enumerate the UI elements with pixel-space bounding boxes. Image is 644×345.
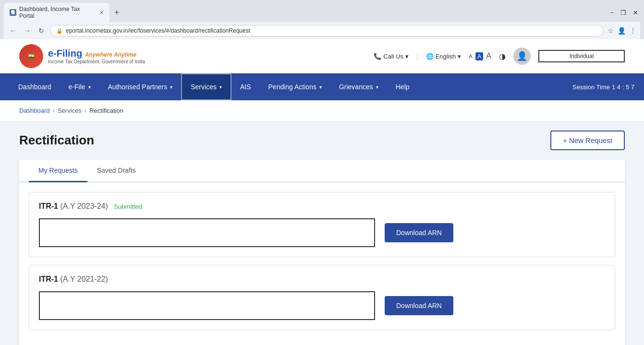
services-dropdown-arrow: ▾ xyxy=(219,84,222,90)
breadcrumb-current: Rectification xyxy=(89,107,123,114)
new-tab-button[interactable]: + xyxy=(111,7,122,19)
lock-icon: 🔒 xyxy=(56,28,63,34)
main-nav: Dashboard e-File ▾ Authorised Partners ▾… xyxy=(0,73,644,100)
efiling-dept: Income Tax Department, Government of Ind… xyxy=(48,59,145,64)
logo-emblem: 🇮🇳 xyxy=(19,44,43,68)
call-us-button[interactable]: 📞 Call Us ▾ xyxy=(374,53,409,60)
browser-menu-button[interactable]: ⋮ xyxy=(630,27,636,35)
nav-help[interactable]: Help xyxy=(387,73,418,100)
request-card-1: ITR-1 (A.Y 2023-24) Submitted Download A… xyxy=(29,192,615,257)
new-request-button[interactable]: + New Request xyxy=(550,131,625,150)
back-button[interactable]: ← xyxy=(8,26,18,36)
call-dropdown-arrow: ▾ xyxy=(405,53,409,60)
refresh-button[interactable]: ↻ xyxy=(36,26,46,36)
bookmark-button[interactable]: ☆ xyxy=(608,27,614,35)
nav-authorised-partners[interactable]: Authorised Partners ▾ xyxy=(99,73,182,100)
tabs-container: My Requests Saved Drafts ITR-1 (A.Y 2023… xyxy=(19,160,625,345)
arn-box-2 xyxy=(39,291,375,320)
profile-button[interactable]: 👤 xyxy=(618,27,626,35)
grievances-dropdown-arrow: ▾ xyxy=(376,84,378,90)
itr-type-1: ITR-1 xyxy=(39,202,58,210)
phone-icon: 📞 xyxy=(374,53,381,60)
forward-button[interactable]: → xyxy=(22,26,33,36)
tab-favicon: 📄 xyxy=(10,9,16,16)
minimize-button[interactable]: − xyxy=(608,8,616,17)
page-header: Rectification + New Request xyxy=(19,131,625,150)
nav-services[interactable]: Services ▾ xyxy=(181,73,231,100)
maximize-button[interactable]: ❐ xyxy=(619,8,628,17)
font-small-button[interactable]: A xyxy=(469,53,472,59)
contrast-button[interactable]: ◑ xyxy=(499,52,506,61)
download-arn-button-1[interactable]: Download ARN xyxy=(385,223,453,242)
tab-title: Dashboard, Income Tax Portal xyxy=(19,6,97,19)
tab-close-button[interactable]: ✕ xyxy=(99,10,104,16)
nav-pending-actions[interactable]: Pending Actions ▾ xyxy=(260,73,330,100)
avatar: 👤 xyxy=(513,48,531,65)
site-header: 🇮🇳 e-Filing Anywhere Anytime Income Tax … xyxy=(0,39,644,73)
tabs-header: My Requests Saved Drafts xyxy=(19,160,625,182)
arn-box-1 xyxy=(39,218,375,247)
tab-my-requests[interactable]: My Requests xyxy=(29,160,87,182)
url-text: eportal.incometax.gov.in/iec/foservices/… xyxy=(66,27,250,34)
nav-ais[interactable]: AIS xyxy=(231,73,260,100)
language-button[interactable]: 🌐 English ▾ xyxy=(426,53,462,60)
efile-dropdown-arrow: ▾ xyxy=(88,84,91,90)
tab-saved-drafts[interactable]: Saved Drafts xyxy=(87,160,146,182)
address-bar[interactable]: 🔒 eportal.incometax.gov.in/iec/foservice… xyxy=(50,25,604,36)
card-body-2: Download ARN xyxy=(39,291,605,320)
logo-area: 🇮🇳 e-Filing Anywhere Anytime Income Tax … xyxy=(19,44,145,68)
session-time: Session Time 1 4 : 5 7 xyxy=(572,73,634,100)
card-body-1: Download ARN xyxy=(39,218,605,247)
nav-efile[interactable]: e-File ▾ xyxy=(60,73,99,100)
status-badge-1: Submitted xyxy=(114,203,142,210)
breadcrumb-sep-2: › xyxy=(85,107,86,114)
download-arn-button-2[interactable]: Download ARN xyxy=(385,296,453,315)
user-role-label: Individual xyxy=(570,53,594,59)
card-title-2: ITR-1 (A.Y 2021-22) xyxy=(39,275,605,284)
user-info-box[interactable]: Individual xyxy=(538,50,625,62)
nav-grievances[interactable]: Grievances ▾ xyxy=(330,73,387,100)
efiling-brand: e-Filing Anywhere Anytime xyxy=(48,48,145,59)
request-card-2: ITR-1 (A.Y 2021-22) Download ARN xyxy=(29,265,615,330)
itr-type-2: ITR-1 xyxy=(39,275,58,283)
breadcrumb-dashboard[interactable]: Dashboard xyxy=(19,107,50,114)
font-large-button[interactable]: A xyxy=(486,52,491,60)
header-right: 📞 Call Us ▾ | 🌐 English ▾ A A A ◑ 👤 Indi… xyxy=(374,48,625,65)
font-controls: A A A xyxy=(469,52,491,60)
main-content: Rectification + New Request My Requests … xyxy=(0,121,644,345)
ay-label-2: (A.Y 2021-22) xyxy=(60,275,108,283)
nav-dashboard[interactable]: Dashboard xyxy=(10,73,60,100)
tabs-content: ITR-1 (A.Y 2023-24) Submitted Download A… xyxy=(19,182,625,345)
globe-icon: 🌐 xyxy=(426,53,434,60)
close-button[interactable]: ✕ xyxy=(631,8,640,17)
lang-dropdown-arrow: ▾ xyxy=(458,53,461,60)
logo-text: e-Filing Anywhere Anytime Income Tax Dep… xyxy=(48,48,145,64)
page-title: Rectification xyxy=(19,133,94,148)
breadcrumb-sep-1: › xyxy=(53,107,55,114)
font-medium-button[interactable]: A xyxy=(475,52,484,60)
breadcrumb: Dashboard › Services › Rectification xyxy=(0,100,644,121)
partners-dropdown-arrow: ▾ xyxy=(170,84,172,90)
pending-dropdown-arrow: ▾ xyxy=(319,84,322,90)
breadcrumb-services: Services xyxy=(58,107,82,114)
ay-label-1: (A.Y 2023-24) xyxy=(60,202,108,210)
card-title-1: ITR-1 (A.Y 2023-24) Submitted xyxy=(39,202,605,211)
browser-tab[interactable]: 📄 Dashboard, Income Tax Portal ✕ xyxy=(4,3,109,22)
